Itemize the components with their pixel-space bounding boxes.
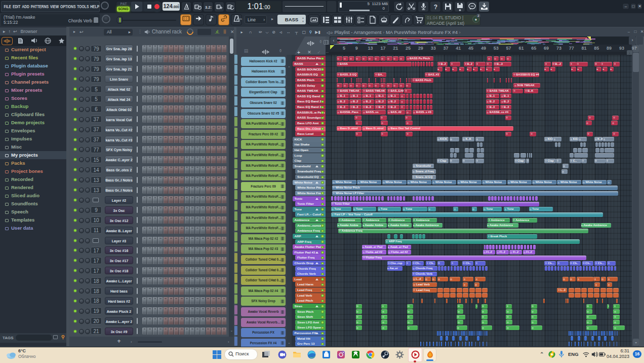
svg-text:3.2:: 3.2: [205,5,212,10]
svg-text:?: ? [434,4,437,11]
